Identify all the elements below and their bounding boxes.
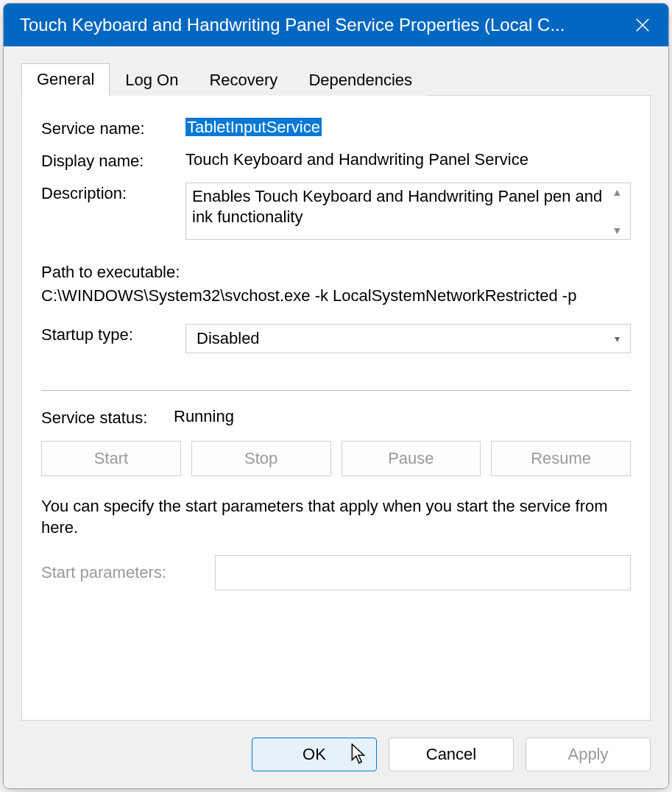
service-control-buttons: Start Stop Pause Resume — [41, 441, 631, 476]
path-block: Path to executable: C:\WINDOWS\System32\… — [41, 261, 631, 308]
service-properties-dialog: Touch Keyboard and Handwriting Panel Ser… — [3, 3, 669, 789]
service-status-value: Running — [174, 407, 631, 426]
client-area: General Log On Recovery Dependencies Ser… — [4, 46, 668, 721]
display-name-label: Display name: — [41, 150, 185, 171]
description-box: Enables Touch Keyboard and Handwriting P… — [185, 183, 631, 240]
description-scrollbar[interactable]: ▲ ▼ — [610, 186, 624, 236]
scroll-up-icon[interactable]: ▲ — [612, 186, 623, 198]
chevron-down-icon: ▾ — [615, 333, 620, 344]
tab-dependencies[interactable]: Dependencies — [293, 64, 428, 96]
service-name-label: Service name: — [41, 118, 185, 138]
start-params-input[interactable] — [215, 555, 631, 590]
window-title: Touch Keyboard and Handwriting Panel Ser… — [20, 15, 617, 35]
dialog-footer: OK Cancel Apply — [4, 721, 668, 788]
display-name-value: Touch Keyboard and Handwriting Panel Ser… — [185, 150, 631, 169]
startup-type-select[interactable]: Disabled ▾ — [185, 324, 631, 353]
scroll-down-icon[interactable]: ▼ — [612, 224, 623, 236]
tab-recovery[interactable]: Recovery — [194, 64, 293, 96]
path-label: Path to executable: — [41, 261, 631, 284]
tab-strip: General Log On Recovery Dependencies — [21, 63, 651, 95]
pause-button[interactable]: Pause — [342, 441, 481, 476]
description-text[interactable]: Enables Touch Keyboard and Handwriting P… — [192, 186, 610, 236]
startup-type-value: Disabled — [197, 329, 260, 348]
path-value: C:\WINDOWS\System32\svchost.exe -k Local… — [41, 284, 631, 308]
start-params-label: Start parameters: — [41, 563, 185, 582]
service-name-value[interactable]: TabletInputService — [185, 118, 631, 137]
close-button[interactable] — [617, 4, 668, 46]
tab-logon[interactable]: Log On — [110, 64, 194, 96]
tabpanel-general: Service name: TabletInputService Display… — [21, 95, 651, 721]
resume-button[interactable]: Resume — [491, 441, 631, 476]
cancel-button[interactable]: Cancel — [389, 738, 514, 771]
close-icon — [634, 17, 651, 33]
divider — [41, 390, 631, 391]
start-button[interactable]: Start — [41, 441, 181, 476]
service-name-selected-text: TabletInputService — [185, 118, 322, 136]
apply-button[interactable]: Apply — [526, 738, 651, 771]
start-params-hint: You can specify the start parameters tha… — [41, 495, 631, 539]
stop-button[interactable]: Stop — [191, 441, 331, 476]
description-label: Description: — [41, 183, 185, 203]
service-status-label: Service status: — [41, 407, 174, 428]
startup-type-label: Startup type: — [41, 324, 185, 344]
titlebar: Touch Keyboard and Handwriting Panel Ser… — [4, 4, 668, 46]
ok-button[interactable]: OK — [252, 738, 377, 771]
tab-general[interactable]: General — [21, 63, 110, 96]
